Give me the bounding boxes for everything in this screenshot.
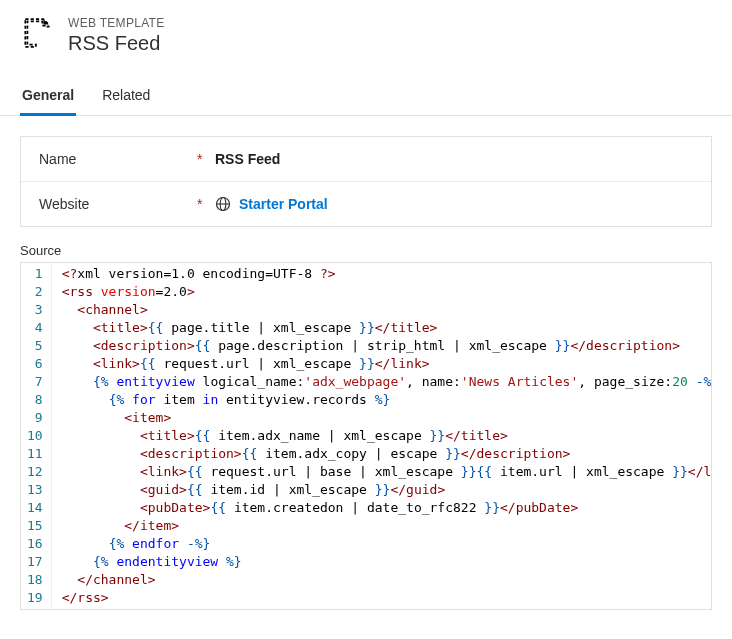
code-line[interactable]: </item> <box>62 517 707 535</box>
line-number: 16 <box>27 535 43 553</box>
page-header: WEB TEMPLATE RSS Feed <box>0 0 732 79</box>
line-number: 11 <box>27 445 43 463</box>
line-number: 17 <box>27 553 43 571</box>
code-line[interactable]: </rss> <box>62 589 707 607</box>
entity-type-label: WEB TEMPLATE <box>68 16 165 30</box>
line-number: 6 <box>27 355 43 373</box>
code-line[interactable]: <title>{{ item.adx_name | xml_escape }}<… <box>62 427 707 445</box>
code-line[interactable]: <?xml version=1.0 encoding=UTF-8 ?> <box>62 265 707 283</box>
source-label: Source <box>20 243 712 262</box>
code-line[interactable]: {% for item in entityview.records %} <box>62 391 707 409</box>
required-indicator: * <box>197 196 207 212</box>
code-line[interactable]: <rss version=2.0> <box>62 283 707 301</box>
code-line[interactable]: {% endentityview %} <box>62 553 707 571</box>
required-indicator: * <box>197 151 207 167</box>
line-number: 19 <box>27 589 43 607</box>
tab-general[interactable]: General <box>20 79 76 116</box>
code-line[interactable]: <description>{{ item.adx_copy | escape }… <box>62 445 707 463</box>
line-number: 18 <box>27 571 43 589</box>
code-content[interactable]: <?xml version=1.0 encoding=UTF-8 ?><rss … <box>52 263 711 609</box>
tab-bar: General Related <box>0 79 732 116</box>
code-line[interactable]: <pubDate>{{ item.createdon | date_to_rfc… <box>62 499 707 517</box>
line-number: 2 <box>27 283 43 301</box>
code-line[interactable]: <guid>{{ item.id | xml_escape }}</guid> <box>62 481 707 499</box>
line-number: 12 <box>27 463 43 481</box>
line-number: 5 <box>27 337 43 355</box>
field-name-value[interactable]: RSS Feed <box>215 151 280 167</box>
line-gutter: 12345678910111213141516171819 <box>21 263 52 609</box>
line-number: 4 <box>27 319 43 337</box>
code-line[interactable]: <link>{{ request.url | xml_escape }}</li… <box>62 355 707 373</box>
line-number: 13 <box>27 481 43 499</box>
field-name-row: Name * RSS Feed <box>21 137 711 182</box>
field-website-row: Website * Starter Portal <box>21 182 711 226</box>
field-name-label: Name <box>39 151 189 167</box>
line-number: 7 <box>27 373 43 391</box>
line-number: 1 <box>27 265 43 283</box>
code-line[interactable]: {% entityview logical_name:'adx_webpage'… <box>62 373 707 391</box>
line-number: 8 <box>27 391 43 409</box>
code-line[interactable]: </channel> <box>62 571 707 589</box>
line-number: 10 <box>27 427 43 445</box>
field-website-label: Website <box>39 196 189 212</box>
globe-icon <box>215 196 231 212</box>
code-editor[interactable]: 12345678910111213141516171819 <?xml vers… <box>20 262 712 610</box>
line-number: 3 <box>27 301 43 319</box>
file-code-icon <box>20 16 54 50</box>
line-number: 14 <box>27 499 43 517</box>
page-title: RSS Feed <box>68 32 165 55</box>
code-line[interactable]: <title>{{ page.title | xml_escape }}</ti… <box>62 319 707 337</box>
line-number: 9 <box>27 409 43 427</box>
source-section: Source 12345678910111213141516171819 <?x… <box>20 243 712 610</box>
line-number: 15 <box>27 517 43 535</box>
code-line[interactable]: <item> <box>62 409 707 427</box>
code-line[interactable]: <channel> <box>62 301 707 319</box>
code-line[interactable]: {% endfor -%} <box>62 535 707 553</box>
website-link-text: Starter Portal <box>239 196 328 212</box>
tab-related[interactable]: Related <box>100 79 152 116</box>
code-line[interactable]: <link>{{ request.url | base | xml_escape… <box>62 463 707 481</box>
field-website-value[interactable]: Starter Portal <box>215 196 328 212</box>
form-panel: Name * RSS Feed Website * Starter Portal <box>20 136 712 227</box>
code-line[interactable]: <description>{{ page.description | strip… <box>62 337 707 355</box>
